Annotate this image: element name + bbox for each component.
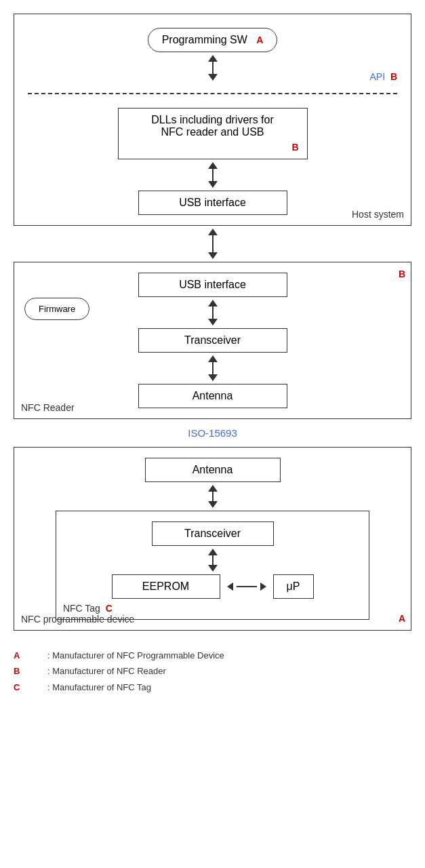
arrow-shaft-3 xyxy=(212,235,214,252)
tag-antenna-top-box: Antenna xyxy=(145,458,281,482)
eeprom-row: EEPROM μP xyxy=(112,574,314,599)
up-box: μP xyxy=(273,574,314,599)
arrow-up-icon xyxy=(208,55,218,62)
arrow-prog-to-dll xyxy=(208,55,218,81)
arrow-shaft-2 xyxy=(212,169,214,181)
arrow-down-3-icon xyxy=(208,252,218,259)
arrow-usb-to-transceiver xyxy=(208,300,218,326)
programmable-a-label: A xyxy=(399,613,405,624)
host-usb-label: USB interface xyxy=(179,197,246,208)
h-arrow-right-icon xyxy=(260,583,266,591)
eeprom-box: EEPROM xyxy=(112,574,220,599)
legend-key-a: A xyxy=(14,648,34,663)
arrow-down-2-icon xyxy=(208,181,218,188)
arrow-shaft-6 xyxy=(212,492,214,501)
nfc-reader-label: NFC Reader xyxy=(21,402,75,413)
programmable-a-label-container: A xyxy=(399,612,405,625)
legend-val-c: : Manufacturer of NFC Tag xyxy=(47,679,151,695)
legend: A : Manufacturer of NFC Programmable Dev… xyxy=(14,648,411,695)
arrow-shaft-7 xyxy=(212,555,214,565)
nfc-tag-box: Transceiver EEPROM xyxy=(56,511,369,620)
arrow-shaft-4 xyxy=(212,307,214,319)
programming-sw-a-label: A xyxy=(256,35,263,45)
arrow-down-5-icon xyxy=(208,374,218,381)
diagram-container: Programming SW A API B DLLs including dr… xyxy=(14,14,411,695)
arrow-up-2-icon xyxy=(208,162,218,169)
legend-val-b: : Manufacturer of NFC Reader xyxy=(47,663,166,679)
h-arrow-line xyxy=(237,586,257,587)
arrow-down-6-icon xyxy=(208,501,218,508)
api-b-label: B xyxy=(390,71,397,82)
reader-usb-label: USB interface xyxy=(179,279,246,290)
host-system-box: Programming SW A API B DLLs including dr… xyxy=(14,14,411,226)
nfc-tag-label: NFC Tag C xyxy=(63,603,113,614)
dlls-label: DLLs including drivers forNFC reader and… xyxy=(151,114,274,138)
firmware-label: Firmware xyxy=(39,304,75,314)
arrow-transceiver-to-eeprom xyxy=(208,549,218,572)
reader-usb-box: USB interface xyxy=(138,273,287,297)
nfc-programmable-box: Antenna Transceiver xyxy=(14,447,411,631)
programming-sw-box: Programming SW A xyxy=(148,28,278,52)
arrow-shaft-5 xyxy=(212,362,214,374)
arrow-up-6-icon xyxy=(208,485,218,492)
dlls-box: DLLs including drivers forNFC reader and… xyxy=(118,108,308,159)
host-usb-box: USB interface xyxy=(138,191,287,215)
h-arrow-left-icon xyxy=(227,583,233,591)
arrow-up-5-icon xyxy=(208,355,218,362)
iso-label: ISO-15693 xyxy=(14,427,411,439)
firmware-box: Firmware xyxy=(24,298,89,320)
api-label: API B xyxy=(370,71,397,82)
legend-row-c: C : Manufacturer of NFC Tag xyxy=(14,679,411,695)
nfc-reader-box: USB interface Transceiver Antenna xyxy=(14,262,411,419)
dashed-line-container: API B xyxy=(28,86,397,101)
host-system-label: Host system xyxy=(352,209,404,220)
tag-transceiver-box: Transceiver xyxy=(152,521,274,546)
arrow-down-4-icon xyxy=(208,319,218,326)
arrow-up-4-icon xyxy=(208,300,218,307)
arrow-up-7-icon xyxy=(208,549,218,555)
arrow-down-icon xyxy=(208,74,218,81)
legend-row-a: A : Manufacturer of NFC Programmable Dev… xyxy=(14,648,411,663)
nfc-tag-c-label: C xyxy=(106,603,113,614)
arrow-dll-to-usb xyxy=(208,162,218,188)
reader-b-label: B xyxy=(399,269,405,279)
arrow-antenna-to-inner xyxy=(208,485,218,508)
h-arrow xyxy=(227,583,266,591)
legend-val-a: : Manufacturer of NFC Programmable Devic… xyxy=(47,648,224,663)
legend-row-b: B : Manufacturer of NFC Reader xyxy=(14,663,411,679)
tag-antenna-label: Antenna xyxy=(193,464,233,475)
dashed-line xyxy=(28,93,397,94)
reader-transceiver-label: Transceiver xyxy=(184,334,241,346)
dlls-b-label: B xyxy=(291,142,298,153)
arrow-down-7-icon xyxy=(208,565,218,572)
arrow-shaft xyxy=(212,62,214,74)
legend-key-b: B xyxy=(14,663,34,679)
reader-b-label-container: B xyxy=(399,268,405,280)
reader-antenna-label: Antenna xyxy=(193,390,233,401)
eeprom-label: EEPROM xyxy=(142,580,189,592)
legend-key-c: C xyxy=(14,679,34,695)
tag-transceiver-label: Transceiver xyxy=(184,528,241,539)
arrow-up-3-icon xyxy=(208,229,218,235)
arrow-host-to-reader xyxy=(208,229,218,259)
reader-transceiver-box: Transceiver xyxy=(138,328,287,353)
up-label: μP xyxy=(287,580,300,592)
nfc-programmable-label: NFC programmable device xyxy=(21,614,134,625)
arrow-transceiver-to-antenna xyxy=(208,355,218,381)
programming-sw-label: Programming SW xyxy=(162,34,247,45)
reader-antenna-box: Antenna xyxy=(138,384,287,408)
inter-system-arrow xyxy=(14,226,411,262)
firmware-container: Firmware xyxy=(24,298,89,320)
